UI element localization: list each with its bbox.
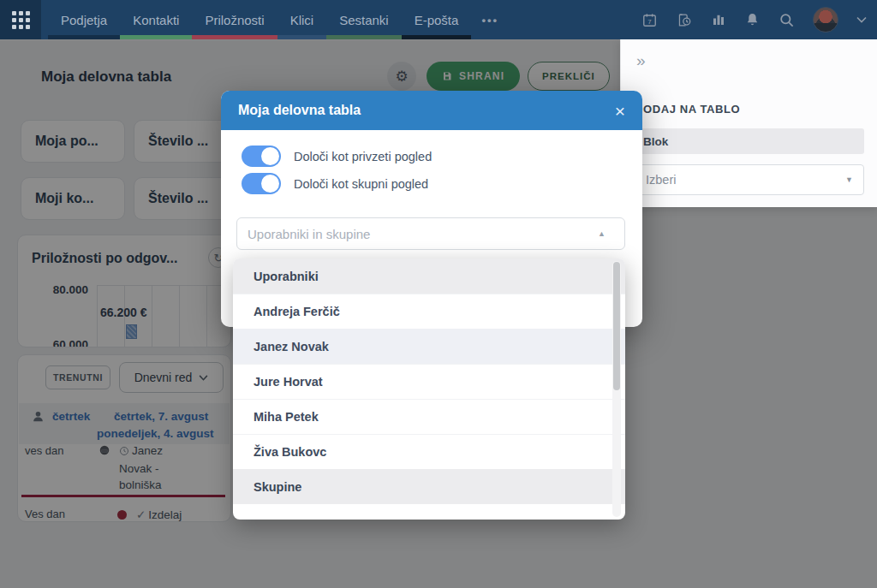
tab-podjetja[interactable]: Podjetja	[48, 0, 120, 39]
dropdown-option-user[interactable]: Živa Bukovc	[233, 434, 625, 469]
dropdown-option-user[interactable]: Miha Petek	[233, 399, 625, 434]
search-icon[interactable]	[779, 12, 795, 28]
toggle-knob	[261, 147, 279, 165]
block-section-bar: Blok	[635, 128, 864, 154]
tab-indicator	[402, 35, 472, 39]
dropdown-group-header-users: Uporabniki	[233, 258, 625, 294]
tab-klici[interactable]: Klici	[277, 0, 327, 39]
dropdown-option-user[interactable]: Andreja Ferčič	[233, 294, 625, 329]
caret-down-icon: ▼	[845, 175, 853, 184]
modal-title: Moja delovna tabla	[238, 103, 361, 118]
tab-label: Kontakti	[133, 13, 179, 27]
scrollbar-thumb[interactable]	[613, 262, 620, 390]
top-navbar: Podjetja Kontakti Priložnosti Klici Sest…	[0, 0, 877, 39]
dropdown-option-user[interactable]: Jure Horvat	[233, 364, 625, 399]
more-tabs-button[interactable]: •••	[471, 0, 509, 39]
tab-eposta[interactable]: E-pošta	[402, 0, 472, 39]
close-icon[interactable]: ×	[615, 102, 625, 120]
apps-grid-icon	[12, 11, 30, 29]
shared-view-toggle-label: Določi kot skupni pogled	[294, 177, 428, 191]
shared-view-toggle[interactable]	[242, 173, 281, 194]
collapse-panel-button[interactable]: »	[636, 51, 646, 70]
tab-indicator	[277, 35, 327, 39]
users-groups-dropdown: Uporabniki Andreja Ferčič Janez Novak Ju…	[233, 258, 625, 520]
modal-header: Moja delovna tabla ×	[221, 91, 642, 130]
block-select[interactable]: Izberi ▼	[635, 164, 864, 195]
nav-tabs: Podjetja Kontakti Priložnosti Klici Sest…	[48, 0, 509, 39]
block-select-value: Izberi	[646, 173, 676, 187]
activity-log-icon[interactable]	[676, 12, 693, 28]
tab-priloznosti[interactable]: Priložnosti	[192, 0, 277, 39]
reports-icon[interactable]	[711, 12, 726, 27]
user-avatar[interactable]	[813, 7, 838, 33]
tab-label: Priložnosti	[205, 13, 264, 27]
tab-label: E-pošta	[415, 13, 459, 27]
tab-indicator	[48, 35, 120, 39]
tab-label: Sestanki	[339, 13, 389, 27]
tab-indicator	[326, 35, 402, 39]
tab-label: Podjetja	[61, 13, 107, 27]
calendar-day-icon[interactable]: 7	[641, 12, 658, 28]
default-view-toggle[interactable]	[242, 146, 281, 167]
double-chevron-right-icon: »	[636, 51, 646, 69]
tab-indicator	[192, 35, 277, 39]
apps-menu-button[interactable]	[0, 0, 41, 39]
tab-label: Klici	[290, 13, 314, 27]
tab-kontakti[interactable]: Kontakti	[120, 0, 192, 39]
dropdown-group-header-groups: Skupine	[233, 469, 625, 504]
default-view-toggle-label: Določi kot privzeti pogled	[294, 150, 432, 163]
users-groups-input[interactable]	[236, 217, 625, 250]
tab-indicator	[120, 35, 192, 39]
block-label: Blok	[643, 135, 668, 148]
profile-chevron-down-icon[interactable]	[856, 16, 867, 23]
tab-sestanki[interactable]: Sestanki	[326, 0, 402, 39]
dropdown-option-user[interactable]: Janez Novak	[233, 329, 625, 364]
notifications-bell-icon[interactable]	[744, 12, 761, 28]
svg-text:7: 7	[647, 17, 651, 25]
toggle-knob	[261, 175, 279, 193]
add-to-board-panel: » DODAJ NA TABLO Blok Izberi ▼	[620, 39, 877, 207]
panel-heading: DODAJ NA TABLO	[635, 103, 740, 116]
